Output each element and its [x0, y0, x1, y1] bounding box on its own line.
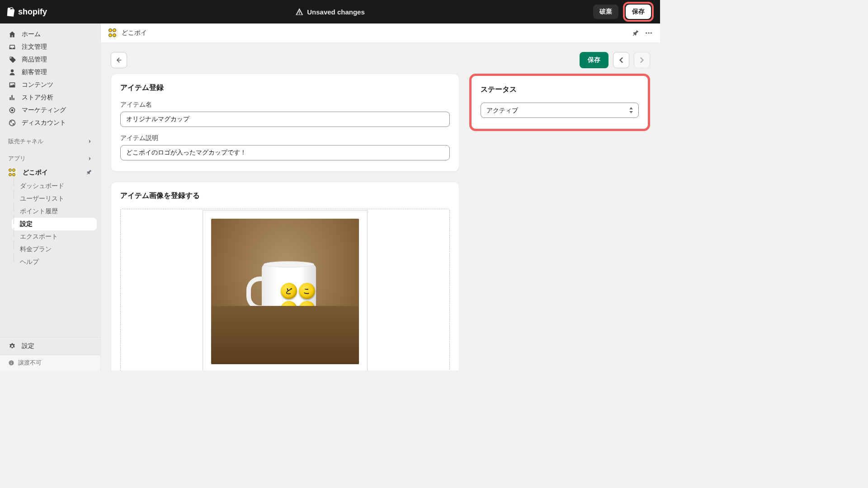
page-body: アイテム登録 アイテム名 アイテム説明 アイテム画像を登録する: [101, 74, 660, 371]
item-register-card: アイテム登録 アイテム名 アイテム説明: [111, 74, 459, 172]
transfer-disabled-bar: 譲渡不可: [0, 355, 100, 371]
svg-point-0: [646, 32, 647, 33]
person-icon: [8, 68, 16, 76]
svg-point-2: [651, 32, 652, 33]
info-icon: [8, 360, 14, 366]
gear-icon: [8, 342, 16, 350]
primary-nav: ホーム 注文管理 商品管理 顧客管理 コンテンツ ストア分析 マーケティング: [0, 23, 100, 131]
percent-icon: [8, 119, 16, 127]
subnav-export[interactable]: エクスポート: [12, 230, 97, 243]
app-header-actions: [632, 29, 653, 37]
target-icon: [8, 106, 16, 114]
logo-badge: ど: [281, 283, 297, 299]
nav-label: コンテンツ: [22, 81, 53, 89]
more-icon[interactable]: [645, 29, 653, 37]
nav-home[interactable]: ホーム: [4, 28, 97, 41]
subnav-label: 料金プラン: [20, 245, 52, 253]
subnav-help[interactable]: ヘルプ: [12, 256, 97, 268]
chevron-right-icon: [88, 139, 92, 144]
unsaved-label: Unsaved changes: [307, 8, 365, 16]
subnav-label: 設定: [20, 220, 33, 227]
brand-text: shopify: [18, 7, 47, 17]
subnav-label: ダッシュボード: [20, 182, 64, 189]
app-name-label: どこポイ: [23, 169, 48, 177]
next-button[interactable]: [634, 52, 650, 68]
nav-label: 注文管理: [22, 43, 47, 51]
nav-label: 顧客管理: [22, 68, 47, 76]
subnav-user-list[interactable]: ユーザーリスト: [12, 192, 97, 205]
subnav-settings[interactable]: 設定: [12, 218, 97, 230]
side-column: ステータス アクティブ: [469, 74, 650, 141]
shopify-bag-icon: [6, 7, 15, 17]
apps-heading[interactable]: アプリ: [0, 148, 100, 165]
back-button[interactable]: [111, 52, 127, 68]
image-icon: [8, 81, 16, 89]
item-desc-input[interactable]: [120, 145, 450, 160]
item-register-heading: アイテム登録: [120, 83, 450, 93]
discard-button[interactable]: 破棄: [593, 5, 618, 19]
pin-icon[interactable]: [632, 29, 639, 37]
svg-point-1: [648, 32, 649, 33]
sales-channels-heading[interactable]: 販売チャネル: [0, 131, 100, 148]
status-select-wrap: アクティブ: [481, 103, 639, 118]
item-image-card: アイテム画像を登録する ど こ ポ イ: [111, 182, 459, 371]
subnav-label: ユーザーリスト: [20, 195, 64, 202]
alert-icon: [295, 8, 303, 16]
app-header: どこポイ: [101, 23, 660, 43]
status-select[interactable]: アクティブ: [481, 103, 639, 118]
bar-chart-icon: [8, 94, 16, 102]
dokopoi-app-icon: [108, 28, 118, 38]
dokopoi-app-icon: [8, 168, 17, 177]
topbar-actions: 破棄 保存: [593, 2, 654, 22]
nav-products[interactable]: 商品管理: [4, 53, 97, 66]
nav-marketing[interactable]: マーケティング: [4, 104, 97, 117]
chevron-right-icon: [88, 156, 92, 161]
pin-icon[interactable]: [86, 169, 92, 177]
nav-label: マーケティング: [22, 106, 66, 114]
save-button-top[interactable]: 保存: [626, 5, 651, 19]
heading-label: 販売チャネル: [8, 137, 43, 145]
nav-label: 商品管理: [22, 56, 47, 64]
image-thumbnail[interactable]: ど こ ポ イ: [203, 210, 368, 371]
sidebar-app-dokopoi[interactable]: どこポイ: [0, 165, 100, 180]
arrow-left-icon: [115, 56, 123, 64]
save-button-page[interactable]: 保存: [580, 52, 609, 68]
page-toolbar: 保存: [101, 43, 660, 74]
logo-badge: こ: [299, 283, 315, 299]
nav-settings-bottom[interactable]: 設定: [0, 338, 100, 355]
subnav-dashboard[interactable]: ダッシュボード: [12, 180, 97, 192]
settings-label: 設定: [22, 342, 34, 350]
nav-discounts[interactable]: ディスカウント: [4, 117, 97, 129]
subnav-point-history[interactable]: ポイント履歴: [12, 205, 97, 218]
toolbar-right: 保存: [580, 52, 650, 68]
subnav-plan[interactable]: 料金プラン: [12, 243, 97, 256]
item-desc-label: アイテム説明: [120, 134, 450, 142]
mug-product-image: ど こ ポ イ: [211, 219, 359, 364]
inbox-icon: [8, 43, 16, 51]
chevron-right-icon: [639, 57, 645, 63]
brand-logo: shopify: [6, 7, 47, 17]
item-name-input[interactable]: [120, 112, 450, 127]
nav-customers[interactable]: 顧客管理: [4, 66, 97, 79]
main-column: アイテム登録 アイテム名 アイテム説明 アイテム画像を登録する: [111, 74, 459, 371]
image-dropzone[interactable]: ど こ ポ イ: [120, 209, 450, 371]
unsaved-changes-indicator: Unsaved changes: [295, 8, 365, 16]
sidebar: ホーム 注文管理 商品管理 顧客管理 コンテンツ ストア分析 マーケティング: [0, 23, 101, 371]
select-chevron-icon: [629, 107, 633, 113]
nav-orders[interactable]: 注文管理: [4, 41, 97, 53]
app-subnav: ダッシュボード ユーザーリスト ポイント履歴 設定 エクスポート 料金プラン ヘ…: [0, 180, 100, 268]
heading-label: アプリ: [8, 155, 26, 163]
prev-button[interactable]: [613, 52, 629, 68]
content-area: どこポイ 保存 アイテム登録 アイテム名: [101, 23, 660, 371]
subnav-label: ヘルプ: [20, 258, 39, 265]
top-bar: shopify Unsaved changes 破棄 保存: [0, 0, 660, 23]
subnav-label: エクスポート: [20, 233, 58, 240]
item-desc-field: アイテム説明: [120, 134, 450, 160]
nav-label: ホーム: [22, 30, 41, 38]
sidebar-footer: 設定 譲渡不可: [0, 337, 100, 371]
logo-badge: イ: [299, 301, 315, 317]
item-image-heading: アイテム画像を登録する: [120, 191, 450, 201]
chevron-left-icon: [618, 57, 624, 63]
nav-analytics[interactable]: ストア分析: [4, 91, 97, 104]
nav-content[interactable]: コンテンツ: [4, 79, 97, 91]
